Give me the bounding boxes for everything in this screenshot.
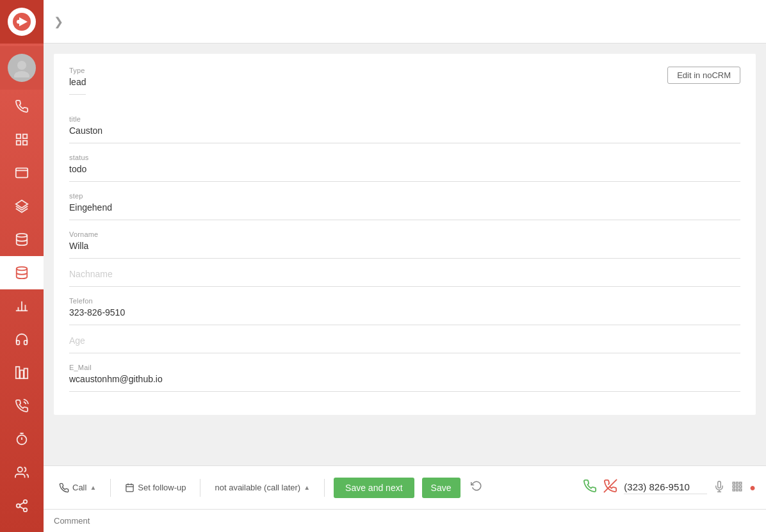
set-followup-button[interactable]: Set follow-up bbox=[120, 479, 191, 496]
type-value: lead bbox=[69, 77, 86, 95]
nachname-placeholder: Nachname bbox=[69, 269, 740, 287]
title-value: Causton bbox=[69, 125, 740, 143]
sidebar-item-headset[interactable] bbox=[0, 323, 44, 356]
undo-icon bbox=[471, 480, 482, 492]
not-available-caret-icon: ▲ bbox=[304, 484, 310, 491]
answer-call-icon[interactable] bbox=[583, 479, 597, 496]
svg-point-26 bbox=[24, 500, 28, 504]
email-label: E_Mail bbox=[69, 364, 740, 371]
svg-point-28 bbox=[24, 508, 28, 512]
sidebar-item-database2[interactable] bbox=[0, 256, 44, 289]
svg-rect-39 bbox=[737, 482, 738, 484]
sidebar-item-database1[interactable] bbox=[0, 223, 44, 256]
calendar-icon bbox=[125, 483, 134, 492]
step-field: step Eingehend bbox=[69, 192, 740, 220]
avatar bbox=[8, 54, 36, 82]
vorname-value: Willa bbox=[69, 241, 740, 259]
comment-bar bbox=[44, 509, 766, 532]
svg-rect-41 bbox=[733, 485, 735, 487]
svg-point-2 bbox=[17, 20, 20, 24]
svg-point-4 bbox=[14, 71, 29, 77]
call-label: Call bbox=[72, 483, 86, 492]
expand-chevron-icon[interactable]: ❯ bbox=[54, 15, 63, 29]
save-and-next-button[interactable]: Save and next bbox=[334, 478, 414, 498]
svg-rect-20 bbox=[24, 369, 28, 379]
svg-rect-44 bbox=[733, 488, 735, 490]
comment-input[interactable] bbox=[54, 516, 756, 526]
vorname-label: Vorname bbox=[69, 230, 740, 238]
divider-3 bbox=[324, 479, 325, 497]
svg-line-29 bbox=[20, 506, 24, 509]
email-value: wcaustonhm@github.io bbox=[69, 374, 740, 392]
status-dot-icon: ● bbox=[749, 482, 756, 494]
form-card: Type lead Edit in noCRM title Causton st… bbox=[54, 54, 756, 415]
save-button[interactable]: Save bbox=[422, 478, 460, 498]
divider-2 bbox=[200, 479, 200, 497]
step-label: step bbox=[69, 192, 740, 200]
app-logo-icon bbox=[8, 8, 36, 36]
vorname-field: Vorname Willa bbox=[69, 230, 740, 259]
grid-dots-icon[interactable] bbox=[731, 481, 743, 495]
call-caret-icon: ▲ bbox=[90, 484, 96, 491]
telefon-field: Telefon 323-826-9510 bbox=[69, 297, 740, 325]
title-label: title bbox=[69, 115, 740, 123]
sidebar-item-timer[interactable] bbox=[0, 423, 44, 456]
not-available-label: not available (call later) bbox=[215, 483, 300, 492]
type-label: Type bbox=[69, 67, 86, 74]
svg-rect-42 bbox=[737, 485, 738, 487]
type-row: Type lead Edit in noCRM bbox=[69, 67, 740, 105]
right-controls: (323) 826-9510 ● bbox=[583, 479, 756, 496]
svg-rect-9 bbox=[16, 168, 28, 178]
svg-rect-31 bbox=[126, 485, 133, 492]
user-avatar-container[interactable] bbox=[0, 46, 44, 90]
bottom-bar: Call ▲ Set follow-up not available (call… bbox=[44, 465, 766, 509]
step-value: Eingehend bbox=[69, 202, 740, 220]
svg-rect-18 bbox=[16, 367, 20, 378]
status-label: status bbox=[69, 154, 740, 161]
age-placeholder: Age bbox=[69, 335, 740, 353]
end-call-icon[interactable] bbox=[603, 479, 617, 496]
svg-rect-45 bbox=[737, 488, 738, 490]
sidebar-item-barchart[interactable] bbox=[0, 356, 44, 389]
svg-point-12 bbox=[17, 234, 28, 238]
content-area: Type lead Edit in noCRM title Causton st… bbox=[44, 44, 766, 465]
sidebar-item-share[interactable] bbox=[0, 489, 44, 522]
status-field: status todo bbox=[69, 154, 740, 182]
title-field: title Causton bbox=[69, 115, 740, 143]
svg-point-13 bbox=[17, 267, 28, 271]
edit-nocrm-button[interactable]: Edit in noCRM bbox=[667, 67, 740, 84]
not-available-button[interactable]: not available (call later) ▲ bbox=[209, 479, 315, 496]
svg-rect-46 bbox=[740, 488, 742, 490]
call-button[interactable]: Call ▲ bbox=[54, 479, 101, 497]
nachname-field: Nachname bbox=[69, 269, 740, 287]
phone-number-display: (323) 826-9510 bbox=[624, 481, 707, 494]
sidebar-logo[interactable] bbox=[0, 0, 44, 44]
type-field: Type lead bbox=[69, 67, 86, 95]
sidebar-item-chart[interactable] bbox=[0, 289, 44, 323]
svg-rect-6 bbox=[23, 134, 27, 138]
svg-rect-8 bbox=[23, 141, 27, 145]
sidebar-item-phone2[interactable] bbox=[0, 389, 44, 423]
email-field: E_Mail wcaustonhm@github.io bbox=[69, 364, 740, 392]
svg-rect-43 bbox=[740, 485, 742, 487]
svg-point-27 bbox=[17, 504, 20, 508]
svg-point-3 bbox=[17, 61, 26, 70]
telefon-value: 323-826-9510 bbox=[69, 307, 740, 325]
divider-1 bbox=[110, 479, 111, 497]
sidebar-item-grid[interactable] bbox=[0, 123, 44, 156]
undo-button[interactable] bbox=[467, 478, 486, 497]
topbar: ❯ bbox=[44, 0, 766, 44]
svg-rect-40 bbox=[740, 482, 742, 484]
telefon-label: Telefon bbox=[69, 297, 740, 305]
svg-rect-19 bbox=[20, 370, 24, 378]
sidebar bbox=[0, 0, 44, 532]
status-value: todo bbox=[69, 164, 740, 182]
sidebar-item-inbox[interactable] bbox=[0, 156, 44, 189]
svg-line-30 bbox=[20, 503, 24, 505]
sidebar-item-users[interactable] bbox=[0, 456, 44, 489]
mic-icon[interactable] bbox=[713, 481, 725, 495]
followup-label: Set follow-up bbox=[138, 483, 186, 492]
sidebar-item-layers[interactable] bbox=[0, 189, 44, 223]
svg-point-25 bbox=[18, 467, 22, 472]
sidebar-item-phone[interactable] bbox=[0, 90, 44, 123]
